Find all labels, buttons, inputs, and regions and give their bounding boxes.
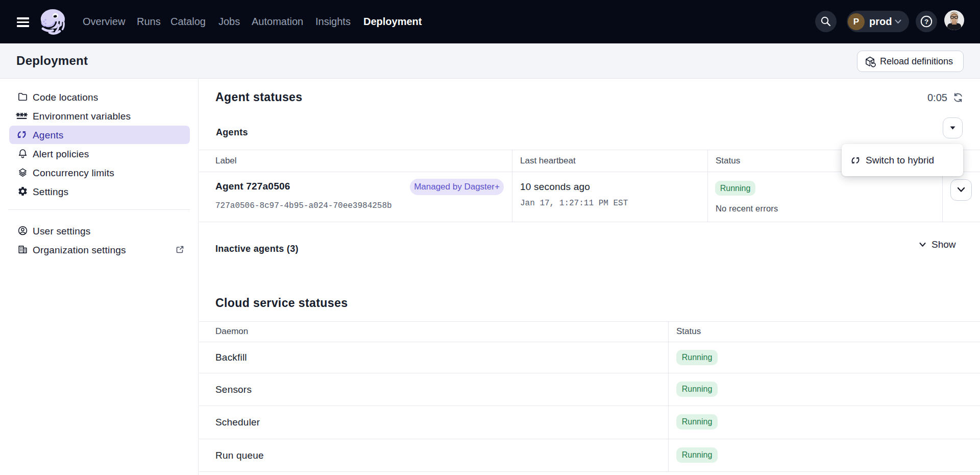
svg-text:?: ? <box>924 18 928 26</box>
